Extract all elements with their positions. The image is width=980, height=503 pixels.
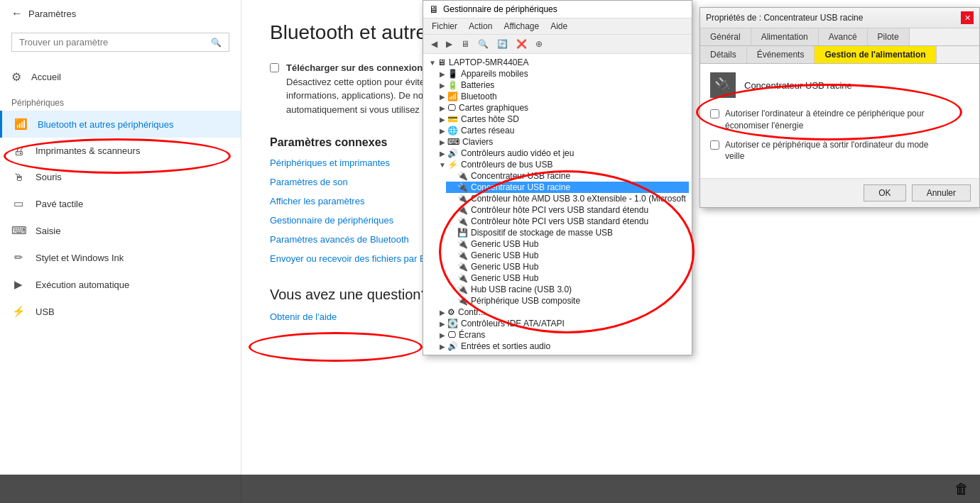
tab-alimentation[interactable]: Alimentation xyxy=(751,28,819,45)
option1-checkbox[interactable] xyxy=(710,109,719,118)
section-label: Périphériques xyxy=(0,91,241,111)
props-tabs: Général Alimentation Avancé Pilote xyxy=(700,28,979,46)
pen-icon: ✏ xyxy=(11,251,26,264)
search-input[interactable] xyxy=(19,37,211,48)
tab-details[interactable]: Détails xyxy=(700,46,747,63)
cancel-button[interactable]: Annuler xyxy=(912,184,971,201)
back-arrow-icon: ← xyxy=(11,7,23,20)
tree-claviers[interactable]: ▶ ⌨ Claviers xyxy=(436,136,689,148)
sidebar-item-touchpad[interactable]: ▭ Pavé tactile xyxy=(0,190,241,217)
menu-fichier[interactable]: Fichier xyxy=(426,20,463,33)
props-close-button[interactable]: ✕ xyxy=(961,11,974,24)
tree-cartes-reseau[interactable]: ▶ 🌐 Cartes réseau xyxy=(436,125,689,136)
tree-entrees-sorties[interactable]: ▶ 🔊 Entrées et sorties audio xyxy=(436,341,689,352)
tree-contr-partial[interactable]: ▶ ⚙ Contr... xyxy=(436,306,689,318)
option2-text: Autoriser ce périphérique à sortir l'ord… xyxy=(725,139,945,163)
ok-button[interactable]: OK xyxy=(864,184,905,201)
usb-device-8[interactable]: 🔌 Generic USB Hub xyxy=(446,261,689,272)
devmgr-menubar: Fichier Action Affichage Aide xyxy=(423,18,692,35)
sidebar-item-typing[interactable]: ⌨ Saisie xyxy=(0,217,241,244)
tree-appareils-mobiles[interactable]: ▶ 📱 Appareils mobiles xyxy=(436,68,689,79)
tree-categories: ▶ 📱 Appareils mobiles ▶ 🔋 Batteries ▶ 📶 … xyxy=(436,68,689,352)
tab-evenements[interactable]: Événements xyxy=(747,46,815,63)
toolbar-back[interactable]: ◀ xyxy=(428,37,441,51)
usb-icon: ⚡ xyxy=(11,305,26,318)
usb-device-5[interactable]: 💾 Dispositif de stockage de masse USB xyxy=(446,227,689,238)
devmgr-title: Gestionnaire de périphériques xyxy=(443,4,686,14)
tab-pilote[interactable]: Pilote xyxy=(868,28,910,45)
properties-dialog: Propriétés de : Concentrateur USB racine… xyxy=(699,7,980,208)
printer-icon: 🖨 xyxy=(11,145,26,157)
devmgr-toolbar: ◀ ▶ 🖥 🔍 🔄 ❌ ⊕ xyxy=(423,35,692,54)
tree-cartes-graphiques[interactable]: ▶ 🖵 Cartes graphiques xyxy=(436,102,689,114)
sidebar-item-label: USB xyxy=(36,306,55,317)
tree-controleurs-audio[interactable]: ▶ 🔊 Contrôleurs audio vidéo et jeu xyxy=(436,148,689,159)
toggle-computer[interactable]: ▼ xyxy=(428,59,437,67)
toolbar-computer[interactable]: 🖥 xyxy=(457,37,473,51)
menu-aide[interactable]: Aide xyxy=(545,20,573,33)
usb-device-icon: 🔌 xyxy=(714,77,732,94)
tab-avance[interactable]: Avancé xyxy=(819,28,868,45)
taskbar: 🗑 xyxy=(0,475,980,503)
sidebar-item-usb[interactable]: ⚡ USB xyxy=(0,298,241,325)
usb-device-3[interactable]: 🔌 Contrôleur hôte PCI vers USB standard … xyxy=(446,204,689,216)
sidebar-item-printers[interactable]: 🖨 Imprimantes & scanneurs xyxy=(0,138,241,164)
tree-computer[interactable]: ▼ 🖥 LAPTOP-5MR440EA xyxy=(426,57,689,68)
back-button[interactable]: ← Paramètres xyxy=(0,0,241,27)
usb-device-9[interactable]: 🔌 Generic USB Hub xyxy=(446,272,689,284)
menu-affichage[interactable]: Affichage xyxy=(498,20,545,33)
toolbar-search[interactable]: 🔍 xyxy=(474,37,492,51)
toolbar-remove[interactable]: ❌ xyxy=(513,37,530,51)
option1-text: Autoriser l'ordinateur à éteindre ce pér… xyxy=(725,108,945,132)
search-box[interactable]: 🔍 xyxy=(11,33,229,52)
home-item[interactable]: ⚙ Accueil xyxy=(0,63,241,91)
props-device-icon: 🔌 xyxy=(710,72,736,98)
toolbar-refresh[interactable]: 🔄 xyxy=(494,37,511,51)
tree-ecrans[interactable]: ▶ 🖵 Écrans xyxy=(436,329,689,341)
tree-batteries[interactable]: ▶ 🔋 Batteries xyxy=(436,79,689,91)
devmgr-title-icon: 🖥 xyxy=(429,4,439,15)
usb-device-0[interactable]: 🔌 Concentrateur USB racine xyxy=(446,170,689,182)
props-tabs-row2: Détails Événements Gestion de l'alimenta… xyxy=(700,46,979,64)
menu-action[interactable]: Action xyxy=(463,20,498,33)
taskbar-right: 🗑 xyxy=(950,477,980,500)
keyboard-icon: ⌨ xyxy=(11,224,26,237)
props-body: 🔌 Concentrateur USB racine Autoriser l'o… xyxy=(700,64,979,178)
sidebar-item-mouse[interactable]: 🖱 Souris xyxy=(0,164,241,190)
tree-computer-label: LAPTOP-5MR440EA xyxy=(449,57,529,67)
sidebar-item-label: Imprimantes & scanneurs xyxy=(36,145,140,156)
mouse-icon: 🖱 xyxy=(11,171,26,183)
tree-controleurs-usb[interactable]: ▼ ⚡ Contrôleurs de bus USB xyxy=(436,159,689,170)
usb-device-11[interactable]: 🔌 Périphérique USB composite xyxy=(446,295,689,306)
computer-icon: 🖥 xyxy=(437,57,446,67)
usb-device-1[interactable]: 🔌 Concentrateur USB racine xyxy=(446,182,689,193)
toolbar-add[interactable]: ⊕ xyxy=(532,37,546,51)
sidebar-item-label: Pavé tactile xyxy=(36,199,83,209)
sidebar-item-pen[interactable]: ✏ Stylet et Windows Ink xyxy=(0,244,241,271)
tree-bluetooth[interactable]: ▶ 📶 Bluetooth xyxy=(436,91,689,102)
usb-device-4[interactable]: 🔌 Contrôleur hôte PCI vers USB standard … xyxy=(446,216,689,227)
toolbar-forward[interactable]: ▶ xyxy=(442,37,456,51)
tree-cartes-hote-sd[interactable]: ▶ 💳 Cartes hôte SD xyxy=(436,114,689,125)
sidebar-item-label: Bluetooth et autres périphériques xyxy=(38,119,174,130)
tree-controleurs-ide[interactable]: ▶ 💽 Contrôleurs IDE ATA/ATAPI xyxy=(436,318,689,329)
usb-device-10[interactable]: 🔌 Hub USB racine (USB 3.0) xyxy=(446,284,689,295)
sidebar-item-bluetooth[interactable]: 📶 Bluetooth et autres périphériques xyxy=(0,111,241,138)
usb-device-7[interactable]: 🔌 Generic USB Hub xyxy=(446,250,689,261)
props-device-name: Concentrateur USB racine xyxy=(744,80,852,91)
sidebar-item-label: Souris xyxy=(36,172,62,182)
tab-gestion[interactable]: Gestion de l'alimentation xyxy=(815,46,936,63)
home-label: Accueil xyxy=(31,72,61,82)
sidebar-item-label: Saisie xyxy=(36,226,60,236)
props-title: Propriétés de : Concentrateur USB racine xyxy=(706,13,863,23)
download-checkbox[interactable] xyxy=(270,63,279,72)
settings-sidebar: ← Paramètres 🔍 ⚙ Accueil Périphériques 📶… xyxy=(0,0,241,503)
option2-checkbox[interactable] xyxy=(710,140,719,150)
sidebar-item-autoplay[interactable]: ▶ Exécution automatique xyxy=(0,271,241,298)
usb-device-6[interactable]: 🔌 Generic USB Hub xyxy=(446,238,689,250)
props-titlebar: Propriétés de : Concentrateur USB racine… xyxy=(700,8,979,28)
tab-general[interactable]: Général xyxy=(700,28,751,45)
autoplay-icon: ▶ xyxy=(11,278,26,291)
props-option-row-1: Autoriser l'ordinateur à éteindre ce pér… xyxy=(710,108,969,132)
usb-device-2[interactable]: 🔌 Contrôleur hôte AMD USB 3.0 eXtensible… xyxy=(446,193,689,204)
